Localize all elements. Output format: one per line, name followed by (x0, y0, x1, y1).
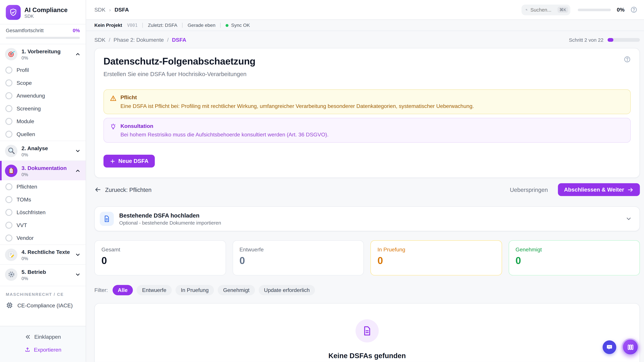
export-button[interactable]: Exportieren (0, 343, 86, 356)
page-title: Datenschutz-Folgenabschaetzung (104, 56, 631, 67)
statusbar: Kein Projekt V001 Zuletzt: DSFA Gerade e… (86, 20, 644, 31)
search-shortcut-badge: ⌘K (557, 6, 568, 13)
help-icon[interactable] (630, 6, 638, 13)
section-title: 4. Rechtliche Texte (22, 249, 70, 255)
topbar-progress-bar (578, 8, 611, 11)
sidebar-item-module[interactable]: Module (0, 115, 86, 128)
status-circle-icon (5, 209, 12, 216)
breadcrumb-phase[interactable]: Phase 2: Dokumente (114, 37, 164, 43)
empty-state: Keine DSFAs gefunden Erstellen Sie eine … (94, 303, 640, 362)
upload-existing-dsfa[interactable]: Bestehende DSFA hochladen Optional - bes… (94, 206, 640, 231)
filter-chip-alle[interactable]: Alle (112, 285, 133, 295)
section-title: 2. Analyse (22, 145, 48, 151)
empty-state-title: Keine DSFAs gefunden (328, 352, 406, 360)
version-badge: V001 (127, 23, 138, 28)
skip-button[interactable]: Ueberspringen (506, 184, 552, 195)
breadcrumb-current: DSFA (114, 6, 129, 13)
chevron-down-icon[interactable] (626, 216, 632, 222)
step-indicator: Schritt 2 von 22 (569, 37, 640, 43)
lightbulb-icon (110, 123, 117, 130)
chevron-up-icon (75, 51, 81, 57)
sidebar-item-profil[interactable]: Profil (0, 64, 86, 77)
filter-chip-entwuerfe[interactable]: Entwuerfe (137, 285, 172, 295)
section-title: 3. Dokumentation (22, 165, 66, 171)
sidebar-item-vvt[interactable]: VVT (0, 219, 86, 232)
gear-icon (5, 268, 18, 281)
sidebar-item-ce-compliance[interactable]: CE-Compliance (IACE) (0, 298, 86, 313)
cpu-icon (6, 302, 13, 309)
filter-chip-update-erforderlich[interactable]: Update erforderlich (258, 285, 315, 295)
sidebar-item-vendor[interactable]: Vendor (0, 232, 86, 245)
status-circle-icon (5, 183, 12, 190)
chevron-up-icon (75, 168, 81, 174)
status-circle-icon (5, 92, 12, 99)
status-circle-icon (5, 118, 12, 125)
status-circle-icon (5, 105, 12, 112)
dsfa-card: Datenschutz-Folgenabschaetzung Erstellen… (94, 48, 640, 178)
sidebar-item-pflichten[interactable]: Pflichten (0, 180, 86, 193)
chevron-down-icon (75, 272, 81, 277)
pflicht-title: Pflicht (120, 94, 474, 100)
memo-icon (5, 248, 18, 261)
overall-progress-bar (6, 37, 80, 39)
new-dsfa-button[interactable]: Neue DSFA (104, 155, 155, 168)
step-label: Schritt 2 von 22 (569, 37, 604, 43)
wizard-nav-row: Zurueck: Pflichten Ueberspringen Abschli… (94, 183, 640, 196)
section-title: 5. Betrieb (22, 269, 46, 275)
app-subtitle: SDK (24, 13, 68, 18)
stat-card-genehmigt: Genehmigt 0 (508, 240, 640, 276)
status-circle-icon (5, 66, 12, 73)
section-percent: 0% (22, 152, 71, 157)
back-link[interactable]: Zurueck: Pflichten (94, 186, 152, 193)
breadcrumb-sdk[interactable]: SDK (94, 37, 106, 43)
chat-bubble-icon (606, 344, 613, 351)
konsultation-text: Bei hohem Restrisiko muss die Aufsichtsb… (120, 132, 328, 138)
upload-title: Bestehende DSFA hochladen (119, 212, 221, 219)
chat-button[interactable] (602, 340, 616, 354)
plus-icon (110, 158, 116, 164)
sidebar-item-loeschfristen[interactable]: Löschfristen (0, 206, 86, 219)
sidebar-footer: Einklappen Exportieren (0, 326, 86, 362)
status-circle-icon (5, 196, 12, 203)
filter-chip-genehmigt[interactable]: Genehmigt (218, 285, 255, 295)
collapse-sidebar-button[interactable]: Einklappen (0, 331, 86, 344)
sidebar-section-dokumentation[interactable]: 3. Dokumentation 0% (0, 161, 86, 180)
sidebar-item-quellen[interactable]: Quellen (0, 128, 86, 141)
filter-chip-in-pruefung[interactable]: In Pruefung (176, 285, 214, 295)
breadcrumb-root[interactable]: SDK (94, 6, 106, 13)
board-view-button[interactable] (622, 338, 639, 356)
section-percent: 0% (22, 276, 71, 281)
sidebar-section-betrieb[interactable]: 5. Betrieb 0% (0, 264, 86, 284)
sidebar-section-rechtliche-texte[interactable]: 4. Rechtliche Texte 0% (0, 245, 86, 264)
overall-progress-label: Gesamtfortschritt (6, 28, 44, 33)
sidebar: AI Compliance SDK Gesamtfortschritt 0% 1… (0, 0, 86, 362)
content: SDK / Phase 2: Dokumente / DSFA Schritt … (86, 31, 644, 362)
sidebar-item-anwendung[interactable]: Anwendung (0, 89, 86, 102)
search-input[interactable] (530, 7, 554, 13)
target-icon (5, 48, 18, 60)
stats-row: Gesamt 0 Entwuerfe 0 In Pruefung 0 Geneh… (94, 240, 640, 276)
filter-label: Filter: (94, 287, 108, 293)
sidebar-section-analyse[interactable]: 2. Analyse 0% (0, 141, 86, 160)
sync-ok-dot (226, 24, 228, 27)
pflicht-alert: Pflicht Eine DSFA ist Pflicht bei: Profi… (104, 89, 631, 114)
last-saved-time: Gerade eben (188, 23, 216, 28)
konsultation-alert: Konsultation Bei hohem Restrisiko muss d… (104, 118, 631, 143)
upload-subtitle: Optional - bestehende Dokumente importie… (119, 220, 221, 226)
help-icon[interactable] (624, 56, 631, 63)
sidebar-item-toms[interactable]: TOMs (0, 193, 86, 206)
step-progress-bar (608, 38, 640, 42)
sidebar-section-vorbereitung[interactable]: 1. Vorbereitung 0% (0, 44, 86, 64)
search-box[interactable]: ⌘K (522, 4, 570, 15)
search-icon (526, 7, 528, 12)
brand: AI Compliance SDK (0, 0, 86, 24)
sidebar-item-screening[interactable]: Screening (0, 102, 86, 115)
finish-next-button[interactable]: Abschliessen & Weiter (558, 183, 640, 196)
sidebar-item-scope[interactable]: Scope (0, 77, 86, 89)
section-percent: 0% (22, 172, 71, 177)
overall-progress-value: 0% (72, 28, 80, 33)
filter-row: Filter: Alle Entwuerfe In Pruefung Geneh… (94, 285, 640, 295)
clipboard-icon (5, 164, 18, 177)
chevron-down-icon (75, 148, 81, 154)
status-circle-icon (5, 234, 12, 242)
